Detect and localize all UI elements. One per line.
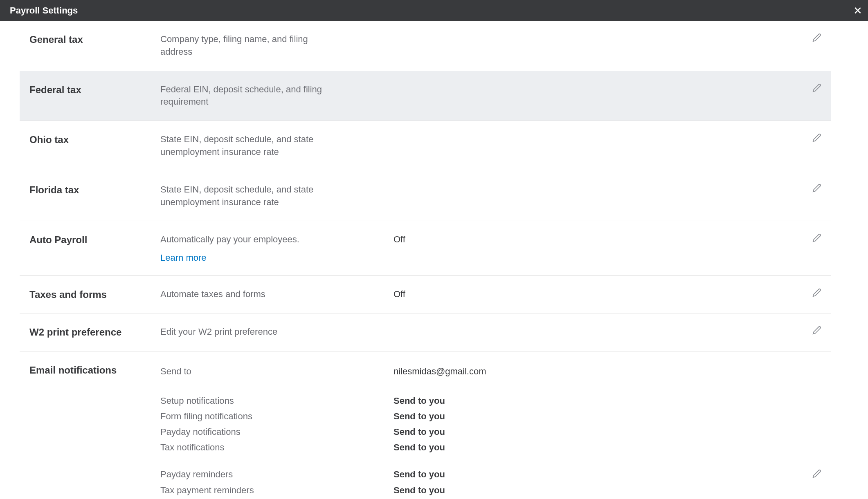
row-w2-print: W2 print preference Edit your W2 print p… bbox=[20, 313, 831, 351]
notif-payday-rem: Payday reminders Send to you bbox=[160, 467, 821, 483]
edit-federal-tax-button[interactable] bbox=[812, 83, 821, 92]
header-bar: Payroll Settings ✕ bbox=[0, 0, 868, 21]
row-title-taxes-forms: Taxes and forms bbox=[29, 288, 160, 301]
row-desc-auto-payroll: Automatically pay your employees. bbox=[160, 233, 324, 246]
notif-send-to: Send to nilesmidas@gmail.com bbox=[160, 364, 821, 379]
notif-setup: Setup notifications Send to you bbox=[160, 393, 821, 409]
pencil-icon bbox=[812, 233, 821, 242]
payday-notif-label: Payday notifications bbox=[160, 427, 394, 437]
row-title-ohio-tax: Ohio tax bbox=[29, 133, 160, 146]
row-federal-tax[interactable]: Federal tax Federal EIN, deposit schedul… bbox=[20, 71, 831, 121]
payday-rem-label: Payday reminders bbox=[160, 469, 394, 480]
edit-florida-tax-button[interactable] bbox=[812, 183, 821, 192]
pencil-icon bbox=[812, 326, 821, 335]
tax-notif-value: Send to you bbox=[394, 442, 797, 453]
edit-auto-payroll-button[interactable] bbox=[812, 233, 821, 242]
page-title: Payroll Settings bbox=[10, 5, 78, 16]
row-title-w2-print: W2 print preference bbox=[29, 326, 160, 338]
notif-form-filing: Form filing notifications Send to you bbox=[160, 409, 821, 424]
edit-w2-print-button[interactable] bbox=[812, 326, 821, 335]
settings-content: General tax Company type, filing name, a… bbox=[0, 21, 851, 499]
row-florida-tax: Florida tax State EIN, deposit schedule,… bbox=[20, 171, 831, 222]
tax-notif-label: Tax notifications bbox=[160, 442, 394, 453]
edit-taxes-forms-button[interactable] bbox=[812, 288, 821, 297]
row-desc-florida-tax: State EIN, deposit schedule, and state u… bbox=[160, 183, 324, 209]
edit-ohio-tax-button[interactable] bbox=[812, 133, 821, 142]
row-desc-w2-print: Edit your W2 print preference bbox=[160, 326, 324, 338]
send-to-label: Send to bbox=[160, 366, 394, 377]
taxes-forms-value: Off bbox=[394, 288, 797, 301]
notif-tax-payment-rem: Tax payment reminders Send to you bbox=[160, 483, 821, 498]
pencil-icon bbox=[812, 469, 821, 478]
row-desc-taxes-forms: Automate taxes and forms bbox=[160, 288, 324, 301]
edit-general-tax-button[interactable] bbox=[812, 33, 821, 42]
notif-payday-notif: Payday notifications Send to you bbox=[160, 424, 821, 440]
row-desc-general-tax: Company type, filing name, and filing ad… bbox=[160, 33, 324, 58]
row-desc-federal-tax: Federal EIN, deposit schedule, and filin… bbox=[160, 83, 324, 109]
row-title-auto-payroll: Auto Payroll bbox=[29, 233, 160, 246]
row-title-email-notifications: Email notifications bbox=[29, 364, 160, 376]
row-email-notifications: Email notifications Send to nilesmidas@g… bbox=[20, 351, 831, 499]
tax-payment-rem-label: Tax payment reminders bbox=[160, 485, 394, 496]
pencil-icon bbox=[812, 133, 821, 142]
row-title-general-tax: General tax bbox=[29, 33, 160, 46]
payday-notif-value: Send to you bbox=[394, 427, 797, 437]
row-taxes-forms: Taxes and forms Automate taxes and forms… bbox=[20, 276, 831, 313]
setup-label: Setup notifications bbox=[160, 396, 394, 406]
row-general-tax: General tax Company type, filing name, a… bbox=[20, 21, 831, 71]
row-ohio-tax: Ohio tax State EIN, deposit schedule, an… bbox=[20, 121, 831, 171]
learn-more-link[interactable]: Learn more bbox=[160, 253, 207, 263]
setup-value: Send to you bbox=[394, 396, 797, 406]
close-icon[interactable]: ✕ bbox=[853, 5, 862, 16]
send-to-value: nilesmidas@gmail.com bbox=[394, 366, 797, 377]
row-auto-payroll: Auto Payroll Automatically pay your empl… bbox=[20, 221, 831, 276]
pencil-icon bbox=[812, 33, 821, 42]
pencil-icon bbox=[812, 288, 821, 297]
tax-payment-rem-value: Send to you bbox=[394, 485, 797, 496]
pencil-icon bbox=[812, 83, 821, 92]
form-filing-label: Form filing notifications bbox=[160, 411, 394, 422]
payday-rem-value: Send to you bbox=[394, 469, 797, 480]
pencil-icon bbox=[812, 183, 821, 192]
row-desc-ohio-tax: State EIN, deposit schedule, and state u… bbox=[160, 133, 324, 159]
notif-tax-notif: Tax notifications Send to you bbox=[160, 440, 821, 455]
row-title-federal-tax: Federal tax bbox=[29, 83, 160, 96]
edit-payday-reminders-button[interactable] bbox=[812, 469, 821, 478]
auto-payroll-value: Off bbox=[394, 233, 797, 246]
form-filing-value: Send to you bbox=[394, 411, 797, 422]
row-title-florida-tax: Florida tax bbox=[29, 183, 160, 196]
